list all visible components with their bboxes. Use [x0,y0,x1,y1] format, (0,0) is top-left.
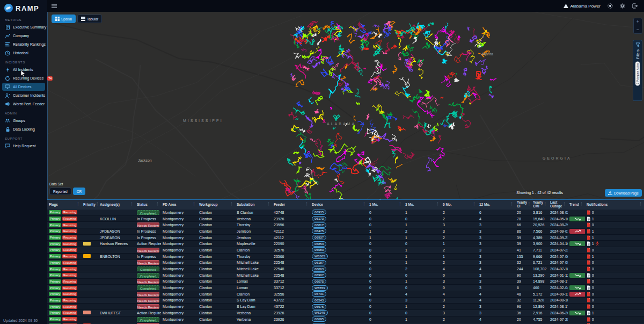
device-link[interactable]: 06187 [312,260,326,265]
notification-doc-white-icon[interactable] [587,285,591,290]
table-row[interactable]: PrimaryRecurringCompletedMontgomeryClant… [47,266,644,272]
table-row[interactable]: PrimaryRecurringCompletedMontgomeryClant… [47,316,644,323]
table-row[interactable]: PrimaryRecurringDWHUFFSTAction RequiredM… [47,310,644,316]
table-row[interactable]: PrimaryRecurringNeeds ReviewMontgomeryCl… [47,260,644,267]
device-link[interactable]: 06543 [312,298,326,303]
device-link[interactable]: 06475 [312,228,326,234]
sidebar-item-reliability-rankings[interactable]: Reliability Rankings [2,40,45,48]
table-row[interactable]: PrimaryRecurringNeeds ReviewMontgomeryCl… [47,291,644,298]
column-menu-icon[interactable]: ⋮ [192,203,196,206]
spatial-view-button[interactable]: Spatial [52,15,76,23]
table-row[interactable]: PrimaryRecurringJPDEASONIn ProgressMontg… [47,235,644,241]
device-link[interactable]: W6305 [312,254,328,259]
theme-icon[interactable] [608,3,613,9]
table-row[interactable]: PrimaryRecurringCompletedMontgomeryClant… [47,272,644,279]
notification-doc-red-icon[interactable] [587,210,591,215]
column-header-3-mo-[interactable]: 3 Mo.⋮ [404,200,441,210]
notification-doc-red-icon[interactable] [587,222,591,227]
column-menu-icon[interactable]: ⋮ [472,203,476,206]
column-menu-icon[interactable]: ⋮ [580,203,583,206]
notification-doc-red-icon[interactable] [587,235,591,240]
table-row[interactable]: PrimaryRecurringCompletedMontgomeryClant… [47,210,644,216]
filters-tab[interactable]: Filters 2 Polygons Active [633,40,642,101]
zoom-in-button[interactable]: + [636,19,639,24]
device-link[interactable]: 06863 [312,267,326,272]
column-menu-icon[interactable]: ⋮ [267,203,270,206]
notification-doc-red-icon[interactable] [587,254,591,259]
column-menu-icon[interactable]: ⋮ [130,203,134,206]
notification-doc-white-icon[interactable] [587,311,591,315]
zoom-out-button[interactable]: − [636,27,639,32]
notification-doc-red-icon[interactable] [587,260,591,265]
sidebar-item-customer-incidents[interactable]: Customer Incidents [2,91,45,99]
logout-icon[interactable] [632,3,638,9]
table-row[interactable]: PrimaryRecurringHarrison ReevesAction Re… [47,241,644,247]
notification-doc-red-icon[interactable] [587,248,591,253]
column-menu-icon[interactable]: ⋮ [156,203,159,206]
column-header-yearly-cmi[interactable]: Yearly CMI⋮ [531,200,548,210]
download-page-button[interactable]: Download Page [605,189,642,197]
dataset-reported-button[interactable]: Reported [49,188,71,195]
notification-doc-red-icon[interactable] [587,229,591,234]
column-menu-icon[interactable]: ⋮ [510,203,514,206]
column-header-last-outage[interactable]: Last Outage⋮ [548,200,568,210]
column-menu-icon[interactable]: ⋮ [76,203,80,206]
device-link[interactable]: 06937 [312,235,326,240]
table-row[interactable]: PrimaryRecurringNeeds ReviewMontgomeryCl… [47,222,644,228]
column-menu-icon[interactable]: ⋮ [398,203,402,206]
sidebar-item-help-request[interactable]: Help Request [2,142,45,150]
column-header-notifications[interactable]: Notifications⋮ [585,200,644,210]
notification-doc-red-icon[interactable] [587,304,591,309]
notification-doc-white-icon[interactable] [587,273,591,278]
device-link[interactable]: 06731 [312,291,326,297]
column-header-yearly-ci[interactable]: Yearly CI⋮ [515,200,531,210]
column-header-feeder[interactable]: Feeder⋮ [272,200,310,210]
column-header-6-mo-[interactable]: 6 Mo.⋮ [441,200,478,210]
app-logo[interactable]: RAMP [0,0,47,15]
device-link[interactable]: 06173 [312,216,326,221]
device-link[interactable]: W6245 [312,310,328,315]
table-row[interactable]: PrimaryRecurringCompletedMontgomeryClant… [47,285,644,291]
column-menu-icon[interactable]: ⋮ [436,203,440,206]
menu-icon[interactable] [52,3,57,9]
table-row[interactable]: PrimaryRecurringNeeds ReviewMontgomeryCl… [47,279,644,285]
column-header-flags[interactable]: Flags⋮ [47,200,82,210]
table-row[interactable]: PrimaryRecurringJPDEASONIn ProgressMontg… [47,228,644,235]
sidebar-item-executive-summary[interactable]: Executive Summary [2,23,45,31]
dataset-cr-button[interactable]: CR [73,188,85,195]
device-link[interactable]: 06935 [312,210,326,215]
settings-gear-icon[interactable] [620,3,625,9]
column-menu-icon[interactable]: ⋮ [562,203,566,206]
column-header-workgroup[interactable]: Workgroup⋮ [197,200,235,210]
column-header-status[interactable]: Status⋮ [135,200,161,210]
device-link[interactable]: 06907 [312,272,326,278]
sidebar-item-historical[interactable]: Historical [2,49,45,57]
sidebar-item-groups[interactable]: Groups [2,117,45,125]
table-row[interactable]: PrimaryRecurringNeeds ReviewMontgomeryCl… [47,247,644,254]
device-link[interactable]: 06083 [312,247,326,253]
column-menu-icon[interactable]: ⋮ [639,203,642,206]
column-header-12-mo-[interactable]: 12 Mo.⋮ [478,200,515,210]
column-header-assignee-s-[interactable]: Assignee(s)⋮ [98,200,135,210]
notification-doc-red-icon[interactable] [587,298,591,303]
table-row[interactable]: PrimaryRecurringNeeds ReviewMontgomeryCl… [47,298,644,304]
column-header-pd-area[interactable]: PD Area⋮ [161,200,197,210]
sidebar-item-data-locking[interactable]: Data Locking [2,125,45,133]
notification-doc-white-icon[interactable] [587,241,591,246]
table-row[interactable]: PrimaryRecurringNeeds ReviewMontgomeryCl… [47,304,644,310]
column-header-device[interactable]: Device⋮ [310,200,368,210]
sidebar-item-all-devices[interactable]: All Devices [2,83,45,91]
tabular-view-button[interactable]: Tabular [77,15,102,23]
device-link[interactable]: 06075 [312,279,326,284]
notification-doc-red-icon[interactable] [587,292,591,297]
device-link[interactable]: W6559 [312,285,328,291]
column-menu-icon[interactable]: ⋮ [527,203,531,206]
device-link[interactable]: 06817 [312,222,326,228]
column-header-substation[interactable]: Substation⋮ [235,200,272,210]
notification-doc-red-icon[interactable] [587,317,591,322]
table-row[interactable]: PrimaryRecurringKCOLLINIn ProgressMontgo… [47,216,644,222]
column-menu-icon[interactable]: ⋮ [230,203,233,206]
column-menu-icon[interactable]: ⋮ [543,203,547,206]
device-link[interactable]: 06675 [312,304,326,309]
notification-doc-red-icon[interactable] [587,267,591,271]
